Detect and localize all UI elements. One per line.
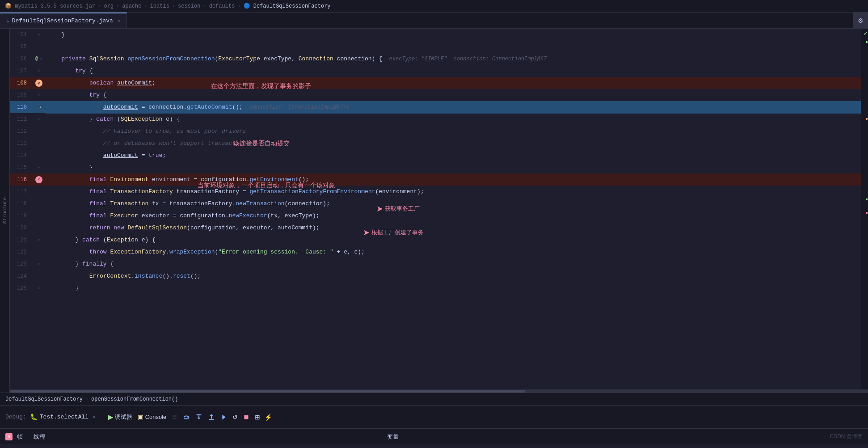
code-line-119: 119 final Executor executor = configurat… (10, 210, 868, 222)
breakpoint-dot-116[interactable]: ✓ (35, 176, 42, 183)
force-step-into-button[interactable]: ↺ (232, 413, 239, 422)
code-line-118: 118 final Transaction tx = transactionFa… (10, 198, 868, 210)
fold-icon-107[interactable]: ▾ (38, 68, 40, 74)
breadcrumb-bar: 📦 mybatis-3.5.5-sources.jar › org › apac… (0, 0, 868, 13)
code-line-124: 124 ErrorContext.instance().reset(); (10, 270, 868, 282)
tab-defaultsqlsessionfactory[interactable]: ☕ DefaultSqlSessionFactory.java × (0, 13, 127, 28)
breakpoint-warning-108[interactable]: ⊘ (35, 80, 42, 87)
code-line-110: 110 → autoCommit = connection.getAutoCom… (10, 101, 868, 113)
line-num-115: 115 (10, 165, 32, 171)
code-line-113: 113 // or databases won't support transa… (10, 137, 868, 149)
debug-session-close[interactable]: × (93, 414, 96, 420)
csdn-watermark: CSDN @博客 (830, 433, 863, 440)
line-num-125: 125 (10, 285, 32, 292)
structure-label[interactable]: Structure (2, 197, 8, 224)
line-content-119: final Executor executor = configuration.… (46, 210, 868, 222)
debug-session-icon: 🐛 (30, 413, 38, 421)
code-line-109: 109 ▾ try { (10, 89, 868, 101)
line-num-120: 120 (10, 225, 32, 231)
code-line-105: 105 (10, 41, 868, 53)
gutter-108: ⊘ (32, 80, 46, 87)
debug-console-button[interactable]: ▣ Console (136, 412, 168, 422)
line-num-108: 108 (10, 80, 32, 86)
debug-debugger-button[interactable]: ▶ 调试器 (106, 411, 134, 423)
breadcrumb-class[interactable]: 🔵 DefaultSqlSessionFactory (244, 3, 331, 9)
breadcrumb-defaults[interactable]: defaults (209, 3, 235, 9)
stop-button[interactable] (241, 412, 251, 422)
gutter-104: ▾ (32, 32, 46, 38)
debug-label: Debug: (5, 414, 26, 420)
breadcrumb-org[interactable]: org (104, 3, 114, 9)
debugger-icon: ▶ (108, 413, 113, 421)
right-margin: ✓ (861, 29, 868, 389)
step-into-icon (195, 413, 203, 421)
line-content-116: final Environment environment = configur… (46, 173, 868, 186)
line-num-117: 117 (10, 189, 32, 195)
breadcrumb-method-item[interactable]: openSessionFromConnection() (91, 396, 178, 402)
svg-rect-3 (244, 415, 249, 419)
fold-icon-111[interactable]: ▾ (38, 117, 40, 122)
margin-mark-red-1 (866, 212, 868, 214)
fold-icon-115[interactable]: ▾ (38, 165, 40, 170)
annotation-marker-106: @ (35, 56, 38, 61)
fold-icon-121[interactable]: ▾ (38, 237, 40, 243)
step-over-button[interactable] (181, 412, 191, 422)
code-line-123: 123 ▾ } finally { (10, 258, 868, 270)
debug-session[interactable]: 🐛 Test.selectAll × (30, 413, 96, 421)
horizontal-scrollbar[interactable] (10, 389, 868, 393)
fold-icon-104[interactable]: ▾ (38, 32, 40, 38)
line-content-112: // Failover to true, as most poor driver… (46, 125, 868, 137)
code-line-106: 106 @ ▾ private SqlSession openSessionFr… (10, 53, 868, 65)
code-line-111: 111 ▾ } catch (SQLException e) { (10, 113, 868, 125)
line-content-113: // or databases won't support transactio… (46, 137, 868, 149)
run-to-cursor-button[interactable] (219, 412, 229, 422)
evaluate-button[interactable]: ⊞ (254, 413, 261, 422)
line-num-105: 105 (10, 44, 32, 50)
tab-close-button[interactable]: × (118, 18, 121, 24)
console-label: Console (145, 414, 167, 420)
line-content-124: ErrorContext.instance().reset(); (46, 270, 868, 282)
evaluate-icon: ⊞ (255, 414, 260, 421)
breadcrumb-jar[interactable]: 📦 mybatis-3.5.5-sources.jar (5, 3, 95, 9)
debugger-label: 调试器 (115, 413, 132, 421)
right-panel-toggle[interactable]: ⚙ (853, 13, 868, 28)
line-content-117: final TransactionFactory transactionFact… (46, 186, 868, 198)
scrollbar-thumb[interactable] (10, 390, 525, 393)
code-scroll-area[interactable]: 在这个方法里面，发现了事务的影子 该连接是否自动提交 当前环境对象，一个项目启动… (10, 29, 868, 389)
line-num-122: 122 (10, 249, 32, 255)
step-into-button[interactable] (194, 412, 204, 422)
line-num-107: 107 (10, 68, 32, 74)
variable-label: 变量 (387, 433, 399, 441)
margin-mark-green-1 (866, 41, 868, 43)
code-line-112: 112 // Failover to true, as most poor dr… (10, 125, 868, 137)
line-num-123: 123 (10, 261, 32, 267)
console-icon: ▣ (138, 414, 143, 421)
structure-sidebar: Structure (0, 29, 10, 393)
breadcrumb-apache[interactable]: apache (122, 3, 141, 9)
code-line-107: 107 ▾ try { (10, 65, 868, 77)
line-content-104: } (46, 29, 868, 41)
fold-icon-123[interactable]: ▾ (38, 262, 40, 267)
code-line-114: 114 autoCommit = true; (10, 149, 868, 161)
breadcrumb-class-item[interactable]: DefaultSqlSessionFactory (5, 396, 83, 402)
code-line-117: 117 final TransactionFactory transaction… (10, 186, 868, 198)
code-line-108: 108 ⊘ boolean autoCommit; (10, 77, 868, 89)
debug-settings-button[interactable]: ⚡ (264, 413, 273, 422)
step-out-button[interactable] (206, 412, 216, 422)
fold-icon-106[interactable]: ▾ (40, 56, 42, 62)
line-num-104: 104 (10, 32, 32, 38)
margin-mark-green-2 (866, 199, 868, 200)
fold-icon-109[interactable]: ▾ (38, 93, 40, 98)
thread-label: 线程 (34, 433, 45, 441)
force-step-icon: ↺ (232, 414, 238, 421)
line-num-112: 112 (10, 128, 32, 135)
line-num-119: 119 (10, 213, 32, 219)
gutter-125: ▾ (32, 286, 46, 291)
frame-section: 9 帧 (5, 433, 23, 441)
gutter-123: ▾ (32, 262, 46, 267)
breadcrumb-ibatis[interactable]: ibatis (150, 3, 169, 9)
line-num-124: 124 (10, 273, 32, 279)
fold-icon-125[interactable]: ▾ (38, 286, 40, 291)
line-num-113: 113 (10, 140, 32, 147)
breadcrumb-session[interactable]: session (178, 3, 200, 9)
